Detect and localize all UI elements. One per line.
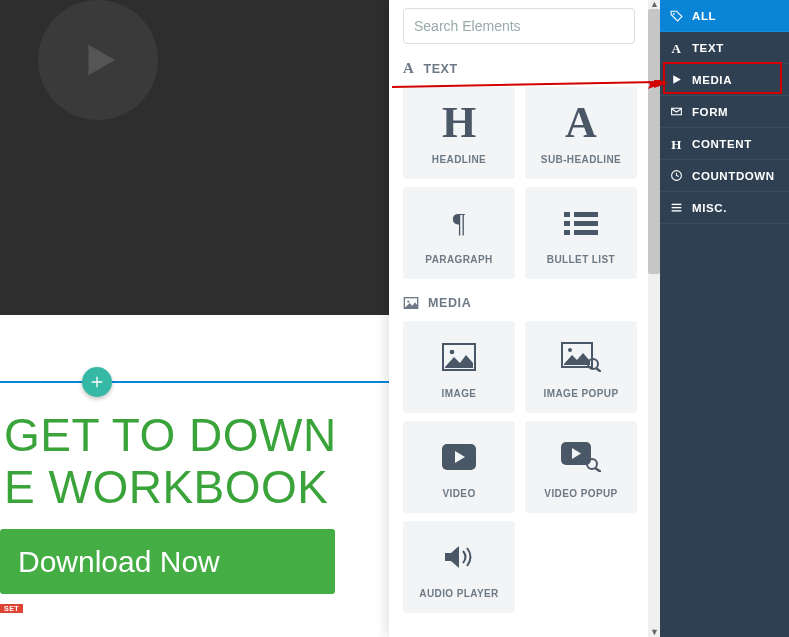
tile-sub-headline[interactable]: A SUB-HEADLINE	[525, 87, 637, 179]
clock-icon	[670, 169, 683, 182]
sidebar-item-label: FORM	[692, 106, 728, 118]
paragraph-icon: ¶	[453, 209, 466, 237]
elements-panel: A TEXT H HEADLINE A SUB-HEADLINE ¶ PARAG…	[389, 0, 649, 637]
category-sidebar: ALL A TEXT MEDIA FORM H CONTENT COUNTDOW…	[660, 0, 789, 637]
tile-image[interactable]: IMAGE	[403, 321, 515, 413]
audio-icon	[443, 543, 475, 571]
sidebar-item-label: ALL	[692, 10, 716, 22]
svg-rect-2	[564, 221, 570, 226]
sidebar-item-form[interactable]: FORM	[660, 96, 789, 128]
tile-label: PARAGRAPH	[425, 254, 492, 265]
editor-canvas: GET TO DOWN E WORKBOOK Download Now SET	[0, 0, 389, 637]
tile-paragraph[interactable]: ¶ PARAGRAPH	[403, 187, 515, 279]
tile-label: BULLET LIST	[547, 254, 615, 265]
svg-line-17	[595, 468, 601, 472]
sidebar-item-label: MEDIA	[692, 74, 732, 86]
bullet-list-icon	[564, 210, 598, 236]
svg-rect-23	[672, 210, 682, 211]
section-title: MEDIA	[428, 296, 471, 310]
svg-rect-21	[672, 204, 682, 205]
tile-headline[interactable]: H HEADLINE	[403, 87, 515, 179]
svg-rect-5	[574, 230, 598, 235]
headline-icon: H	[670, 137, 683, 150]
video-icon	[442, 444, 476, 470]
svg-point-18	[673, 13, 675, 15]
tile-bullet-list[interactable]: BULLET LIST	[525, 187, 637, 279]
headline-icon: H	[442, 101, 476, 145]
section-header-text: A TEXT	[403, 60, 639, 77]
download-button-label: Download Now	[18, 545, 220, 579]
image-icon	[442, 343, 476, 371]
insert-divider	[0, 381, 389, 383]
tile-label: VIDEO	[442, 488, 475, 499]
headline-text[interactable]: GET TO DOWN E WORKBOOK	[0, 410, 337, 513]
tag-icon	[670, 9, 683, 22]
tile-image-popup[interactable]: IMAGE POPUP	[525, 321, 637, 413]
video-popup-icon	[561, 442, 601, 472]
panel-scrollbar[interactable]: ▲ ▼	[648, 0, 660, 637]
sidebar-item-text[interactable]: A TEXT	[660, 32, 789, 64]
plus-icon	[89, 374, 105, 390]
font-icon: A	[403, 60, 414, 77]
sidebar-item-media[interactable]: MEDIA	[660, 64, 789, 96]
tile-label: IMAGE POPUP	[544, 388, 619, 399]
section-title: TEXT	[423, 62, 457, 76]
svg-rect-4	[564, 230, 570, 235]
image-icon	[403, 295, 419, 311]
play-icon	[670, 73, 683, 86]
section-header-media: MEDIA	[403, 295, 639, 311]
scroll-thumb[interactable]	[648, 9, 660, 274]
search-input[interactable]	[403, 8, 635, 44]
sidebar-item-label: CONTENT	[692, 138, 752, 150]
sidebar-item-countdown[interactable]: COUNTDOWN	[660, 160, 789, 192]
tile-audio-player[interactable]: AUDIO PLAYER	[403, 521, 515, 613]
sidebar-item-all[interactable]: ALL	[660, 0, 789, 32]
image-popup-icon	[561, 342, 601, 372]
sidebar-item-label: TEXT	[692, 42, 724, 54]
scroll-down-icon: ▼	[650, 628, 659, 637]
sidebar-item-label: MISC.	[692, 202, 727, 214]
tile-video-popup[interactable]: VIDEO POPUP	[525, 421, 637, 513]
menu-icon	[670, 201, 683, 214]
svg-rect-22	[672, 207, 682, 208]
tile-label: IMAGE	[442, 388, 477, 399]
corner-tag: SET	[0, 604, 23, 613]
video-region	[0, 0, 389, 315]
svg-rect-1	[574, 212, 598, 217]
svg-rect-3	[574, 221, 598, 226]
video-play-button[interactable]	[38, 0, 158, 120]
tile-video[interactable]: VIDEO	[403, 421, 515, 513]
headline-line2: E WORKBOOK	[4, 462, 337, 514]
play-icon	[75, 37, 121, 83]
font-icon: A	[670, 41, 683, 54]
svg-rect-0	[564, 212, 570, 217]
sub-headline-icon: A	[565, 101, 597, 145]
tile-label: SUB-HEADLINE	[541, 154, 621, 165]
svg-point-7	[407, 301, 409, 303]
tile-label: HEADLINE	[432, 154, 486, 165]
add-element-button[interactable]	[82, 367, 112, 397]
sidebar-item-misc[interactable]: MISC.	[660, 192, 789, 224]
headline-line1: GET TO DOWN	[4, 410, 337, 462]
mail-icon	[670, 105, 683, 118]
tile-label: VIDEO POPUP	[544, 488, 617, 499]
sidebar-item-content[interactable]: H CONTENT	[660, 128, 789, 160]
svg-line-13	[596, 368, 601, 372]
sidebar-item-label: COUNTDOWN	[692, 170, 775, 182]
svg-point-11	[568, 348, 572, 352]
svg-point-9	[450, 349, 455, 354]
scroll-up-icon: ▲	[650, 0, 659, 9]
tile-label: AUDIO PLAYER	[419, 588, 498, 599]
download-button[interactable]: Download Now	[0, 529, 335, 594]
